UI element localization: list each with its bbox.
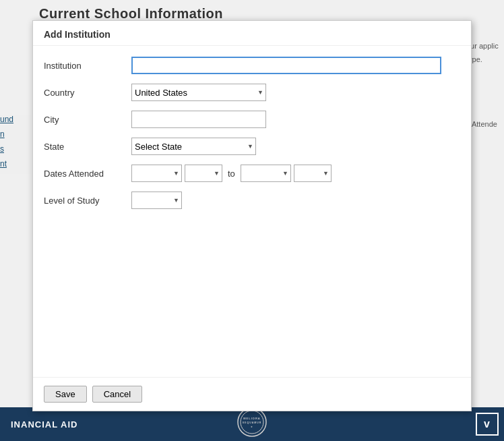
seal-logo: MELIORA SEQUAMUR ★ <box>237 407 267 440</box>
cancel-button[interactable]: Cancel <box>92 386 142 403</box>
study-select-wrapper: Undergraduate Graduate Doctoral Other <box>131 192 182 209</box>
state-label: State <box>44 142 131 152</box>
svg-text:MELIORA: MELIORA <box>243 417 260 420</box>
city-input[interactable] <box>131 111 266 128</box>
start-year-select[interactable]: 2024 2023 2022 2021 2020 2019 2018 <box>185 165 222 182</box>
left-link-3[interactable]: s <box>0 144 31 154</box>
modal-header: Add Institution <box>33 21 471 46</box>
dates-to-label: to <box>228 169 235 179</box>
modal-footer: Save Cancel <box>33 377 471 411</box>
country-select-wrapper: United States Canada United Kingdom Othe… <box>131 84 266 101</box>
level-of-study-row: Level of Study Undergraduate Graduate Do… <box>44 192 460 209</box>
end-month-select[interactable]: January February March April May June Ju… <box>241 165 291 182</box>
institution-label: Institution <box>44 61 131 71</box>
start-year-wrapper: 2024 2023 2022 2021 2020 2019 2018 <box>185 165 222 182</box>
end-year-select[interactable]: 2024 2023 2022 2021 2020 2019 2018 <box>294 165 332 182</box>
end-year-wrapper: 2024 2023 2022 2021 2020 2019 2018 <box>294 165 332 182</box>
save-button[interactable]: Save <box>44 386 87 403</box>
left-partial-links: und n s nt <box>0 115 31 174</box>
end-month-wrapper: January February March April May June Ju… <box>241 165 291 182</box>
country-select[interactable]: United States Canada United Kingdom Othe… <box>131 84 266 101</box>
level-of-study-label: Level of Study <box>44 196 131 206</box>
left-link-2[interactable]: n <box>0 129 31 139</box>
country-row: Country United States Canada United King… <box>44 84 460 101</box>
svg-text:SEQUAMUR: SEQUAMUR <box>243 421 261 424</box>
modal-title: Add Institution <box>44 29 111 40</box>
start-month-wrapper: January February March April May June Ju… <box>131 165 182 182</box>
modal-body: Institution Country United States Canada… <box>33 46 471 229</box>
institution-input[interactable] <box>131 57 441 74</box>
state-select[interactable]: Select State Alabama Alaska Arizona Cali… <box>131 138 256 155</box>
svg-text:★: ★ <box>251 425 253 428</box>
bottom-bar: INANCIAL AID MELIORA SEQUAMUR ★ v <box>0 407 504 441</box>
left-link-4[interactable]: nt <box>0 159 31 169</box>
level-of-study-select[interactable]: Undergraduate Graduate Doctoral Other <box>131 192 182 209</box>
state-select-wrapper: Select State Alabama Alaska Arizona Cali… <box>131 138 256 155</box>
page-title: Current School Information <box>39 6 223 22</box>
dates-attended-label: Dates Attended <box>44 169 131 179</box>
add-institution-modal: Add Institution Institution Country Unit… <box>32 20 472 411</box>
city-row: City <box>44 111 460 128</box>
state-row: State Select State Alabama Alaska Arizon… <box>44 138 460 155</box>
country-label: Country <box>44 88 131 98</box>
dates-attended-row: Dates Attended January February March Ap… <box>44 165 460 182</box>
dates-controls: January February March April May June Ju… <box>131 165 332 182</box>
start-month-select[interactable]: January February March April May June Ju… <box>131 165 182 182</box>
v-icon: v <box>476 413 499 436</box>
left-link-1[interactable]: und <box>0 115 31 124</box>
city-label: City <box>44 115 131 125</box>
financial-aid-label: INANCIAL AID <box>11 419 77 430</box>
institution-row: Institution <box>44 57 460 74</box>
